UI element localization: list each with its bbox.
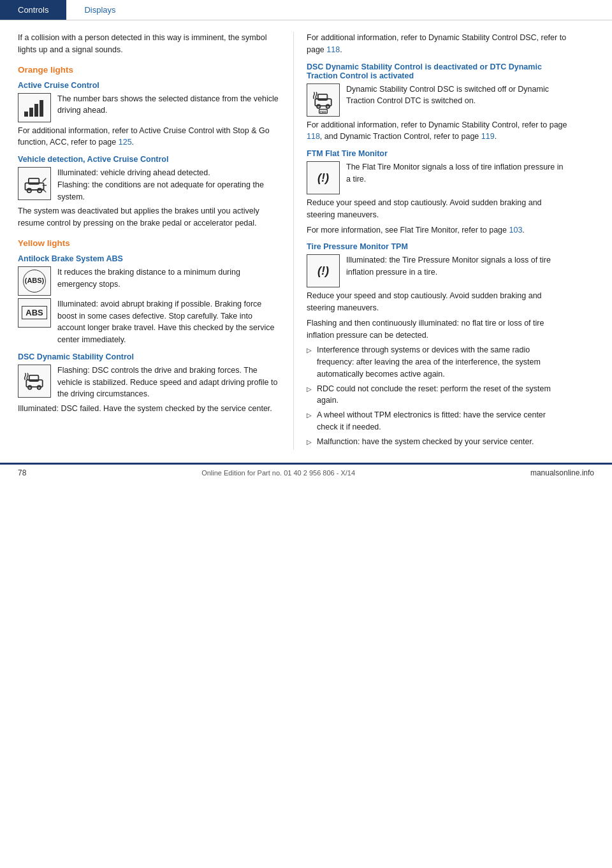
svg-rect-3 xyxy=(40,100,43,117)
dsc-intro-link[interactable]: 118 xyxy=(326,45,340,54)
vehicle-detection-heading: Vehicle detection, Active Cruise Control xyxy=(18,155,280,164)
tab-bar: Controls Displays xyxy=(0,0,612,20)
footer-right-text: manualsonline.info xyxy=(530,468,594,477)
footer-center-text: Online Edition for Part no. 01 40 2 956 … xyxy=(201,469,355,477)
dsc-off-icon-row: OFF Dynamic Stability Control DSC is swi… xyxy=(307,83,569,117)
tpm-description3: Flashing and then continuously illuminat… xyxy=(307,317,569,342)
tab-displays[interactable]: Displays xyxy=(66,0,133,20)
svg-line-10 xyxy=(43,189,46,192)
vehicle-detection-icon-text: Illuminated: vehicle driving ahead detec… xyxy=(57,167,280,203)
abs-heading: Antilock Brake System ABS xyxy=(18,254,280,263)
svg-rect-1 xyxy=(29,108,33,117)
ftm-icon-row: (!) The Flat Tire Monitor signals a loss… xyxy=(307,161,569,194)
abs-rect-icon: ABS xyxy=(18,298,51,328)
svg-line-8 xyxy=(43,178,46,182)
abs-icon-text-1: It reduces the braking distance to a min… xyxy=(57,266,280,291)
intro-paragraph: If a collision with a person detected in… xyxy=(18,32,280,56)
acc-icon-text: The number bars shows the selected dista… xyxy=(57,93,280,117)
abs-icon-row-1: (ABS) It reduces the braking distance to… xyxy=(18,266,280,296)
tab-controls[interactable]: Controls xyxy=(0,0,66,20)
footer: 78 Online Edition for Part no. 01 40 2 9… xyxy=(0,463,612,481)
ftm-description2: Reduce your speed and stop cautiously. A… xyxy=(307,197,569,221)
left-column: If a collision with a person detected in… xyxy=(0,32,293,450)
acc-page-link[interactable]: 125 xyxy=(119,138,132,147)
tire-pressure-icon: (!) xyxy=(307,254,340,287)
dsc-page-link2[interactable]: 119 xyxy=(481,132,495,141)
svg-text:OFF: OFF xyxy=(320,110,328,113)
vehicle-detection-footer: The system was deactivated but applies t… xyxy=(18,205,280,229)
ftm-page-link[interactable]: 103 xyxy=(509,226,523,235)
vehicle-detection-icon-row: Illuminated: vehicle driving ahead detec… xyxy=(18,167,280,203)
active-cruise-control-heading: Active Cruise Control xyxy=(18,81,280,90)
dsc-deactivated-footer: For additional information, refer to Dyn… xyxy=(307,119,569,143)
abs-icon-text-2: Illuminated: avoid abrupt braking if pos… xyxy=(57,298,280,346)
ftm-icon-text: The Flat Tire Monitor signals a loss of … xyxy=(346,161,569,185)
abs-icon-row-2: ABS Illuminated: avoid abrupt braking if… xyxy=(18,298,280,346)
orange-lights-heading: Orange lights xyxy=(18,65,280,75)
dsc-off-icon: OFF xyxy=(307,83,340,117)
tpm-icon-row: (!) Illuminated: the Tire Pressure Monit… xyxy=(307,254,569,287)
bullet-item: A wheel without TPM electronics is fitte… xyxy=(307,409,569,433)
page-number: 78 xyxy=(18,468,26,477)
ftm-heading: FTM Flat Tire Monitor xyxy=(307,149,569,158)
tpm-bullet-list: Interference through systems or devices … xyxy=(307,344,569,447)
yellow-lights-heading: Yellow lights xyxy=(18,238,280,248)
dsc-stability-heading: DSC Dynamic Stability Control xyxy=(18,352,280,361)
bullet-item: Malfunction: have the system checked by … xyxy=(307,436,569,448)
right-column: For additional information, refer to Dyn… xyxy=(293,32,586,450)
car-detection-icon xyxy=(18,167,51,200)
dsc-stability-icon xyxy=(18,365,51,398)
dsc-icon-row: Flashing: DSC controls the drive and bra… xyxy=(18,365,280,400)
dsc-off-text: Dynamic Stability Control DSC is switche… xyxy=(346,83,569,108)
flat-tire-icon: (!) xyxy=(307,161,340,194)
dsc-icon-text: Flashing: DSC controls the drive and bra… xyxy=(57,365,280,400)
dsc-page-link1[interactable]: 118 xyxy=(307,132,320,141)
dsc-illuminated-text: Illuminated: DSC failed. Have the system… xyxy=(18,403,280,415)
right-intro: For additional information, refer to Dyn… xyxy=(307,32,569,56)
tpm-icon-text: Illuminated: the Tire Pressure Monitor s… xyxy=(346,254,569,278)
bullet-item: RDC could not conclude the reset: perfor… xyxy=(307,383,569,407)
bullet-item: Interference through systems or devices … xyxy=(307,344,569,380)
abs-circle-icon: (ABS) xyxy=(18,266,51,296)
svg-rect-2 xyxy=(34,104,38,117)
speed-bars-icon xyxy=(18,93,51,122)
main-content: If a collision with a person detected in… xyxy=(0,20,612,450)
acc-icon-row: The number bars shows the selected dista… xyxy=(18,93,280,122)
acc-footer-text: For additional information, refer to Act… xyxy=(18,125,280,149)
svg-rect-0 xyxy=(24,112,28,117)
ftm-footer: For more information, see Flat Tire Moni… xyxy=(307,224,569,236)
tpm-description2: Reduce your speed and stop cautiously. A… xyxy=(307,290,569,314)
dsc-deactivated-heading: DSC Dynamic Stability Control is deactiv… xyxy=(307,62,569,80)
tpm-heading: Tire Pressure Monitor TPM xyxy=(307,242,569,251)
